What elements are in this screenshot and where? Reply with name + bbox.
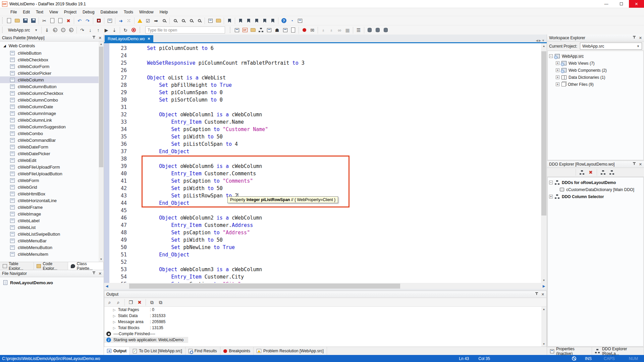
palette-item-cwebimage[interactable]: cWebImage	[0, 210, 104, 217]
delete-button[interactable]: ✖	[64, 17, 72, 25]
first-bookmark-button[interactable]	[236, 17, 245, 25]
code-line[interactable]: 24	[109, 52, 541, 59]
set-next-statement-button[interactable]: ⇣	[110, 26, 118, 34]
pin-icon[interactable]	[535, 292, 539, 296]
code-line[interactable]: 23 Set piColumnCount to 6	[109, 45, 541, 52]
previous-message-button[interactable]: ⌕	[106, 298, 114, 306]
expand-icon[interactable]: +	[556, 68, 559, 72]
toggle-bookmark-button[interactable]	[225, 17, 233, 25]
minimize-button[interactable]: —	[599, 0, 614, 8]
scroll-down-icon[interactable]: ▼	[543, 278, 545, 283]
palette-item-cwebcommandbar[interactable]: cWebCommandBar	[0, 137, 104, 143]
file-open-search-input[interactable]	[145, 26, 225, 34]
palette-item-cwebcheckbox[interactable]: cWebCheckbox	[0, 56, 104, 63]
pin-icon[interactable]	[632, 36, 636, 40]
expand-icon[interactable]: +	[556, 75, 559, 79]
code-line[interactable]: 54 Entry_Item Customer.City	[109, 273, 541, 281]
problems-button[interactable]	[136, 17, 144, 25]
code-line[interactable]: 49 Set piWidth to 50	[109, 236, 541, 244]
scroll-up-icon[interactable]: ▲	[541, 307, 546, 312]
print-button[interactable]	[106, 17, 114, 25]
palette-item-cwebcolumnsuggestion[interactable]: cWebColumnSuggestion	[0, 123, 104, 130]
palette-item-cwebmenuitem[interactable]: cWebMenuItem	[0, 251, 104, 257]
replace-button[interactable]	[206, 17, 214, 25]
file-item-rowlayoutdemo.wo[interactable]: RowLayoutDemo.wo	[0, 279, 104, 286]
last-bookmark-button[interactable]	[261, 17, 269, 25]
close-icon[interactable]: ✕	[99, 36, 102, 40]
palette-item-cweblistswipebutton[interactable]: cWebListSwipeButton	[0, 231, 104, 237]
code-line[interactable]: 26	[109, 67, 541, 74]
pin-icon[interactable]	[632, 162, 636, 166]
table-viewer-button[interactable]	[296, 17, 304, 25]
output-scrollbar[interactable]: ▲▼	[541, 307, 546, 347]
editor-horizontal-scrollbar[interactable]: ◀ ▶	[104, 283, 547, 289]
palette-item-cwebcombo[interactable]: cWebCombo	[0, 130, 104, 137]
tree-item-ddos-for-orowlayoutdemo[interactable]: −DDOs for oRowLayoutDemo	[549, 179, 642, 186]
close-button[interactable]: ✕	[629, 0, 644, 8]
scroll-up-icon[interactable]: ▲	[543, 43, 545, 49]
export-source-button[interactable]: ➡	[152, 17, 160, 25]
close-icon[interactable]: ✕	[639, 162, 642, 167]
editor-vertical-scrollbar[interactable]: ▲ ▼	[541, 43, 547, 283]
project-selector[interactable]: WebApp.src▼	[6, 27, 40, 34]
redo-button[interactable]: ↷	[84, 17, 92, 25]
expander-icon[interactable]: ▷	[113, 314, 116, 318]
copy-button[interactable]	[48, 17, 56, 25]
tree-item-webapp-src[interactable]: −WebApp.src	[549, 53, 642, 60]
todo-list-button[interactable]	[265, 26, 273, 34]
palette-item-cwebform[interactable]: cWebForm	[0, 177, 104, 184]
step-out-button[interactable]: ↑	[94, 26, 102, 34]
palette-item-cwebdatepicker[interactable]: cWebDatePicker	[0, 150, 104, 157]
find-next-button[interactable]	[179, 17, 187, 25]
clear-output-button[interactable]: ✖	[136, 298, 144, 306]
palette-item-cwebcolumndate[interactable]: cWebColumnDate	[0, 103, 104, 110]
deploy-button[interactable]: ⇓	[43, 26, 51, 34]
save-all-button[interactable]	[29, 17, 37, 25]
tree-item-web-views----[interactable]: +Web Views (7)	[549, 60, 642, 67]
tab-output[interactable]: ➜Output	[104, 347, 130, 355]
copy-output-button[interactable]: ❐	[127, 298, 135, 306]
tab-properties--inactive-[interactable]: Properties (Inactive)	[547, 347, 592, 355]
close-icon[interactable]: ✕	[99, 272, 102, 276]
restart-button[interactable]: ↻	[121, 26, 129, 34]
scrollbar-thumb[interactable]	[541, 51, 546, 216]
tab-close-icon[interactable]: ✕	[148, 37, 150, 41]
database-tools-button[interactable]	[382, 26, 390, 34]
palette-item-cwebcolumnlink[interactable]: cWebColumnLink	[0, 117, 104, 123]
compile-button[interactable]: ➜	[117, 17, 125, 25]
tree-item-web-components----[interactable]: +Web Components (2)	[549, 67, 642, 74]
tree-item-ddo-column-selector[interactable]: +DDO Column Selector	[549, 193, 642, 200]
menu-help[interactable]: Help	[157, 8, 171, 16]
palette-item-cwebedit[interactable]: cWebEdit	[0, 157, 104, 164]
scroll-up-icon[interactable]: ▲	[99, 42, 104, 47]
menu-view[interactable]: View	[46, 8, 61, 16]
new-file-button[interactable]	[5, 17, 13, 25]
palette-item-cwebcolumnimage[interactable]: cWebColumnImage	[0, 110, 104, 117]
code-line[interactable]: 39 Object oWebColumn6 is a cWebColumn	[109, 163, 541, 170]
collapse-icon[interactable]: −	[549, 181, 553, 184]
scroll-down-icon[interactable]: ▼	[541, 342, 546, 347]
menu-project[interactable]: Project	[61, 8, 79, 16]
code-line[interactable]: 41 Set psCaption to "Comments"	[109, 177, 541, 185]
current-project-select[interactable]: WebApp.src ▼	[580, 43, 642, 50]
delete-ddo-structure-button[interactable]: ✖	[587, 168, 595, 176]
palette-item-cwebmenubutton[interactable]: cWebMenuButton	[0, 244, 104, 251]
tree-item-ccustomerdatadictionary[interactable]: cCustomerDataDictionary [Main DDO]	[549, 186, 642, 193]
record-macro-button[interactable]	[95, 17, 103, 25]
collapse-all-button[interactable]	[608, 168, 616, 176]
paste-button[interactable]	[56, 17, 64, 25]
palette-item-cweblabel[interactable]: cWebLabel	[0, 217, 104, 224]
find-button[interactable]	[171, 17, 179, 25]
code-line[interactable]: 28 Set pbFillHeight to True	[109, 81, 541, 89]
find-in-files-button[interactable]	[195, 17, 203, 25]
code-line[interactable]: 27 Object oList is a cWebList	[109, 74, 541, 81]
copy-tree-button[interactable]: ⧉	[157, 298, 165, 306]
code-line[interactable]: 29 Set piColumnSpan to 0	[109, 89, 541, 96]
clear-bookmarks-button[interactable]	[269, 17, 277, 25]
toggle-breakpoint-button[interactable]	[300, 26, 308, 34]
collapse-icon[interactable]: −	[549, 54, 553, 58]
database-builder-button[interactable]	[366, 26, 374, 34]
palette-group-web-controls[interactable]: ◢ Web Controls	[0, 42, 104, 50]
preview-webapp-button[interactable]: ∞	[335, 26, 343, 34]
next-message-button[interactable]: ⌕	[114, 298, 122, 306]
